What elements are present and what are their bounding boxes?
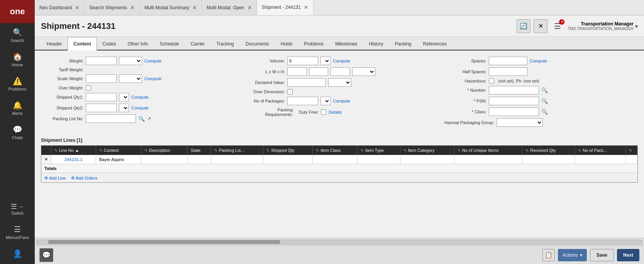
th-content[interactable]: ✎ Content [96,146,141,155]
scale-weight-compute-link[interactable]: Compute [144,76,162,81]
packages-unit-select[interactable] [320,97,330,105]
th-description[interactable]: ✎ Description [141,146,187,155]
tab-neo-dashboard[interactable]: Neo Dashboard ✕ [35,0,85,15]
tab-shipment-244131[interactable]: Shipment - 244131 ✕ [257,0,314,15]
tab-other-info[interactable]: Other Info [122,37,154,50]
th-received-qty[interactable]: ✎ Received Qty [522,146,575,155]
chat-button[interactable]: 💬 [39,248,53,262]
currency-select[interactable] [328,78,351,87]
sidebar-item-problems[interactable]: ⚠️ Problems [0,72,35,96]
over-weight-checkbox[interactable] [86,85,91,91]
height-input[interactable] [330,67,350,76]
dimension-unit-select[interactable] [352,67,375,76]
sidebar-item-user-avatar[interactable]: 👤 [0,244,35,264]
th-item-type[interactable]: ✎ Item Type [358,146,400,155]
sidebar-item-search[interactable]: 🔍 Search [0,23,35,47]
tab-tracking[interactable]: Tracking [210,37,240,50]
class-input[interactable] [489,108,539,116]
actions-button[interactable]: Actions ▾ [558,249,587,261]
weight-compute-link[interactable]: Compute [144,59,162,63]
packing-list-external-icon[interactable]: ↗ [147,116,151,121]
tab-milestones[interactable]: Milestones [329,37,363,50]
tab-problems[interactable]: Problems [298,37,329,50]
number-search-icon[interactable]: 🔍 [541,87,548,93]
number-input[interactable] [489,86,539,94]
th-no-of-pack[interactable]: ✎ No of Pack... [575,146,626,155]
th-item-class[interactable]: ✎ Item Class [313,146,358,155]
over-dimension-checkbox[interactable] [287,89,293,94]
hazmat-group-select[interactable] [497,118,543,127]
length-input[interactable] [287,67,307,76]
sidebar-item-switch[interactable]: ☰↔ Switch [0,198,35,220]
shipped-qty2-input[interactable] [86,104,117,112]
packages-compute-link[interactable]: Compute [333,99,350,103]
details-link[interactable]: Details [329,110,342,114]
shipped-qty1-input[interactable] [86,93,117,101]
logo[interactable]: one [0,0,35,23]
next-button[interactable]: Next [617,249,639,261]
tab-carrier[interactable]: Carrier [185,37,211,50]
scrollbar-thumb[interactable] [48,240,280,244]
tab-history[interactable]: History [363,37,389,50]
duty-free-checkbox[interactable] [321,109,326,115]
no-of-packages-input[interactable] [287,97,318,105]
half-spaces-input[interactable] [489,67,527,76]
volume-compute-link[interactable]: Compute [333,59,350,63]
psn-search-icon[interactable]: 🔍 [541,98,548,104]
packing-list-search-icon[interactable]: 🔍 [138,116,145,122]
scrollbar-track[interactable] [36,240,642,244]
psn-input[interactable] [489,97,539,105]
copy-button[interactable]: 📋 [542,249,555,261]
shipped-qty1-compute-link[interactable]: Compute [131,95,149,99]
weight-unit-select[interactable] [119,57,142,65]
close-tab-icon[interactable]: ✕ [130,5,135,10]
th-packing-list[interactable]: ✎ Packing Lis... [211,146,263,155]
th-line-no[interactable]: ✎ Line No ▲ [51,146,96,155]
line-no-cell[interactable]: 244131-1 [51,155,96,164]
tab-packing[interactable]: Packing [389,37,417,50]
sidebar-item-alerts[interactable]: 🔔 Alerts [0,96,35,120]
tab-multi-modal-summary[interactable]: Multi Modal Summary ✕ [140,0,202,15]
tab-documents[interactable]: Documents [240,37,275,50]
sidebar-item-chats[interactable]: 💬 Chats [0,120,35,145]
shipped-qty1-unit-select[interactable] [119,93,129,101]
tab-codes[interactable]: Codes [97,37,122,50]
th-state[interactable]: State [188,146,211,155]
shipped-qty2-unit-select[interactable] [119,104,129,112]
delete-cell[interactable]: ✕ [41,155,51,164]
th-item-category[interactable]: ✎ Item Category [400,146,454,155]
weight-input[interactable] [86,57,117,65]
save-button[interactable]: Save [590,249,614,261]
tab-references[interactable]: References [417,37,452,50]
tab-schedule[interactable]: Schedule [154,37,185,50]
tab-multi-modal-open[interactable]: Multi Modal: Open ✕ [202,0,257,15]
hazardous-checkbox[interactable] [489,78,494,84]
spaces-input[interactable] [489,57,527,65]
refresh-button[interactable]: 🔄 [517,19,530,33]
volume-input[interactable] [287,57,318,65]
close-tab-icon[interactable]: ✕ [304,5,308,10]
close-tab-icon[interactable]: ✕ [247,5,252,10]
close-button[interactable]: ✕ [534,19,547,33]
sidebar-item-menus[interactable]: ☰ Menus/Favs [0,220,35,244]
packing-list-input[interactable] [86,114,136,123]
declared-value-input[interactable] [287,78,326,87]
user-info[interactable]: Transportation Manager TMS.TRANSPORTATIO… [568,21,638,31]
tab-header[interactable]: Header [41,37,68,50]
spaces-compute-link[interactable]: Compute [530,59,547,63]
scale-weight-unit-select[interactable] [119,74,142,83]
add-orders-link[interactable]: ⊕ Add Orders [71,175,97,180]
add-line-link[interactable]: ⊕ Add Line [44,175,66,180]
tab-search-shipments[interactable]: Search Shipments ✕ [85,0,140,15]
volume-unit-select[interactable] [320,57,330,65]
tab-content[interactable]: Content [68,37,97,50]
width-input[interactable] [309,67,328,76]
menu-button[interactable]: ☰ ★ [551,19,564,33]
tab-holds[interactable]: Holds [275,37,298,50]
close-tab-icon[interactable]: ✕ [192,5,197,10]
class-search-icon[interactable]: 🔍 [541,109,548,115]
shipped-qty2-compute-link[interactable]: Compute [131,106,149,110]
scale-weight-input[interactable] [86,74,117,83]
horizontal-scrollbar[interactable] [35,238,644,246]
sidebar-item-home[interactable]: 🏠 Home [0,47,35,72]
